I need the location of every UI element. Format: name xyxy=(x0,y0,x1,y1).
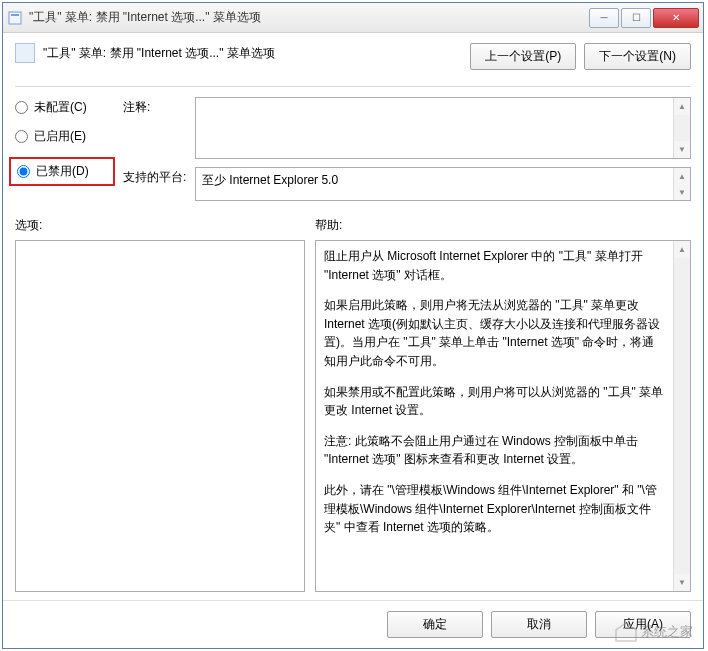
fields-column: 注释: ▲ ▼ 支持的平台: 至少 Internet Explorer 5.0 xyxy=(123,97,691,201)
help-panel-col: 帮助: 阻止用户从 Microsoft Internet Explorer 中的… xyxy=(315,217,691,592)
radio-enabled[interactable]: 已启用(E) xyxy=(15,128,113,145)
ok-button[interactable]: 确定 xyxy=(387,611,483,638)
prev-setting-button[interactable]: 上一个设置(P) xyxy=(470,43,576,70)
scroll-up-icon[interactable]: ▲ xyxy=(674,168,690,184)
highlight-box: 已禁用(D) xyxy=(9,157,115,186)
comment-scrollbar[interactable]: ▲ ▼ xyxy=(673,98,690,158)
help-label: 帮助: xyxy=(315,217,691,234)
scroll-down-icon[interactable]: ▼ xyxy=(674,574,690,591)
help-content: 阻止用户从 Microsoft Internet Explorer 中的 "工具… xyxy=(316,241,673,591)
window-controls: ─ ☐ ✕ xyxy=(587,8,699,28)
dialog-window: "工具" 菜单: 禁用 "Internet 选项..." 菜单选项 ─ ☐ ✕ … xyxy=(2,2,704,649)
help-p1: 阻止用户从 Microsoft Internet Explorer 中的 "工具… xyxy=(324,247,665,284)
comment-row: 注释: ▲ ▼ xyxy=(123,97,691,159)
options-panel xyxy=(15,240,305,592)
radio-enabled-label: 已启用(E) xyxy=(34,128,86,145)
app-icon xyxy=(7,10,23,26)
radio-disabled[interactable]: 已禁用(D) xyxy=(17,163,107,180)
help-panel: 阻止用户从 Microsoft Internet Explorer 中的 "工具… xyxy=(315,240,691,592)
radio-enabled-input[interactable] xyxy=(15,130,28,143)
radio-disabled-input[interactable] xyxy=(17,165,30,178)
comment-label: 注释: xyxy=(123,97,187,116)
radio-disabled-label: 已禁用(D) xyxy=(36,163,89,180)
cancel-button[interactable]: 取消 xyxy=(491,611,587,638)
platform-box: 至少 Internet Explorer 5.0 ▲ ▼ xyxy=(195,167,691,201)
radio-not-configured[interactable]: 未配置(C) xyxy=(15,99,113,116)
svg-rect-1 xyxy=(11,14,19,16)
scroll-up-icon[interactable]: ▲ xyxy=(674,241,690,258)
platform-value: 至少 Internet Explorer 5.0 xyxy=(202,173,338,187)
svg-rect-0 xyxy=(9,12,21,24)
next-setting-button[interactable]: 下一个设置(N) xyxy=(584,43,691,70)
footer: 确定 取消 应用(A) 系统之家 xyxy=(3,600,703,648)
help-p4: 注意: 此策略不会阻止用户通过在 Windows 控制面板中单击 "Intern… xyxy=(324,432,665,469)
policy-icon xyxy=(15,43,35,63)
help-p5: 此外，请在 "\管理模板\Windows 组件\Internet Explore… xyxy=(324,481,665,537)
scroll-down-icon[interactable]: ▼ xyxy=(674,184,690,200)
policy-title: "工具" 菜单: 禁用 "Internet 选项..." 菜单选项 xyxy=(43,43,470,62)
config-area: 未配置(C) 已启用(E) 已禁用(D) 注释: xyxy=(15,97,691,201)
help-p2: 如果启用此策略，则用户将无法从浏览器的 "工具" 菜单更改 Internet 选… xyxy=(324,296,665,370)
content-area: "工具" 菜单: 禁用 "Internet 选项..." 菜单选项 上一个设置(… xyxy=(3,33,703,600)
header-row: "工具" 菜单: 禁用 "Internet 选项..." 菜单选项 上一个设置(… xyxy=(15,43,691,70)
nav-buttons: 上一个设置(P) 下一个设置(N) xyxy=(470,43,691,70)
platform-label: 支持的平台: xyxy=(123,167,187,186)
help-p3: 如果禁用或不配置此策略，则用户将可以从浏览器的 "工具" 菜单更改 Intern… xyxy=(324,383,665,420)
radio-not-configured-label: 未配置(C) xyxy=(34,99,87,116)
options-panel-col: 选项: xyxy=(15,217,305,592)
maximize-button[interactable]: ☐ xyxy=(621,8,651,28)
scroll-up-icon[interactable]: ▲ xyxy=(674,98,690,115)
platform-row: 支持的平台: 至少 Internet Explorer 5.0 ▲ ▼ xyxy=(123,167,691,201)
window-title: "工具" 菜单: 禁用 "Internet 选项..." 菜单选项 xyxy=(29,9,587,26)
comment-textarea[interactable]: ▲ ▼ xyxy=(195,97,691,159)
apply-button[interactable]: 应用(A) xyxy=(595,611,691,638)
minimize-button[interactable]: ─ xyxy=(589,8,619,28)
platform-scrollbar[interactable]: ▲ ▼ xyxy=(673,168,690,200)
help-scrollbar[interactable]: ▲ ▼ xyxy=(673,241,690,591)
titlebar: "工具" 菜单: 禁用 "Internet 选项..." 菜单选项 ─ ☐ ✕ xyxy=(3,3,703,33)
close-button[interactable]: ✕ xyxy=(653,8,699,28)
scroll-down-icon[interactable]: ▼ xyxy=(674,141,690,158)
options-label: 选项: xyxy=(15,217,305,234)
separator xyxy=(15,86,691,87)
radio-not-configured-input[interactable] xyxy=(15,101,28,114)
lower-area: 选项: 帮助: 阻止用户从 Microsoft Internet Explore… xyxy=(15,217,691,592)
radio-group: 未配置(C) 已启用(E) 已禁用(D) xyxy=(15,97,113,201)
